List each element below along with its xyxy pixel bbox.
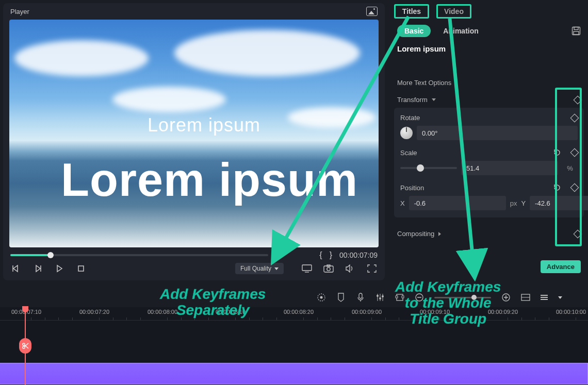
scale-value-input[interactable]: [461, 161, 558, 175]
svg-rect-2: [78, 266, 84, 271]
ruler-tick: 00:00:08:10: [216, 309, 246, 315]
ruler-tick: 00:00:09:10: [420, 309, 450, 315]
keyframe-diamond-scale[interactable]: [570, 148, 579, 157]
ruler-tick: 00:00:07:20: [79, 309, 109, 315]
section-compositing[interactable]: Compositing: [390, 222, 588, 242]
play-button[interactable]: [54, 263, 65, 274]
player-header: Player: [3, 3, 385, 20]
position-label: Position: [400, 184, 424, 192]
snapshot-icon[interactable]: [323, 263, 334, 274]
scale-slider[interactable]: [400, 167, 457, 169]
zoom-fit-icon[interactable]: [521, 293, 530, 302]
mark-in-bracket[interactable]: {: [319, 250, 322, 260]
scale-label: Scale: [400, 149, 417, 157]
rotate-label: Rotate: [400, 114, 420, 122]
more-text-options-link[interactable]: More Text Options: [390, 75, 588, 88]
player-title-label: Player: [10, 8, 29, 15]
chevron-down-icon[interactable]: [558, 296, 562, 299]
svg-point-17: [377, 295, 379, 297]
quality-label: Full Quality: [240, 265, 271, 272]
keyframe-diamond-position[interactable]: [570, 183, 579, 192]
svg-rect-9: [574, 27, 578, 30]
mic-icon[interactable]: [356, 293, 365, 302]
audio-mixer-icon[interactable]: [375, 293, 385, 302]
ruler-tick: 00:00:10:00: [556, 309, 586, 315]
svg-rect-21: [396, 296, 398, 298]
marker-icon[interactable]: [336, 293, 346, 302]
chevron-right-icon: [438, 232, 441, 236]
timeline-panel: 00:00:07:1000:00:07:2000:00:08:0000:00:0…: [0, 307, 588, 385]
cloud-decor: [14, 40, 149, 76]
svg-point-6: [327, 267, 330, 271]
reset-icon[interactable]: [553, 148, 561, 157]
section-transform[interactable]: Transform: [390, 88, 588, 108]
position-x-input[interactable]: [409, 196, 506, 210]
timecode-display: 00:00:07:09: [339, 251, 378, 259]
timeline-toolbar: [309, 290, 588, 305]
svg-rect-10: [574, 31, 579, 35]
mark-out-bracket[interactable]: }: [330, 250, 332, 260]
picture-icon[interactable]: [366, 7, 378, 16]
title-overlay-small[interactable]: Lorem ipsum: [148, 114, 260, 136]
zoom-out-icon[interactable]: [415, 293, 424, 302]
tab-video[interactable]: Video: [436, 4, 471, 19]
step-back-button[interactable]: [10, 263, 22, 274]
group-icon[interactable]: [395, 293, 404, 302]
title-overlay-big[interactable]: Lorem ipsum: [61, 154, 358, 207]
zoom-in-icon[interactable]: [501, 293, 511, 302]
volume-icon[interactable]: [345, 263, 356, 274]
subtab-basic[interactable]: Basic: [397, 25, 431, 37]
cloud-decor: [112, 87, 226, 112]
fullscreen-icon[interactable]: [366, 263, 378, 274]
svg-rect-22: [402, 296, 404, 298]
position-y-input[interactable]: [530, 196, 588, 210]
player-controls: { } 00:00:07:09 Full Quality: [3, 247, 385, 280]
rotate-knob[interactable]: [400, 127, 413, 139]
px-unit: px: [510, 199, 517, 207]
svg-point-12: [320, 296, 323, 299]
chevron-down-icon: [274, 267, 279, 270]
rotate-value-input[interactable]: [417, 126, 578, 140]
keyframe-diamond-rotate[interactable]: [570, 113, 579, 122]
player-panel: Player Lorem ipsum Lorem ipsum { } 00:00…: [3, 3, 385, 280]
step-forward-button[interactable]: [32, 263, 43, 274]
zoom-slider[interactable]: [434, 297, 491, 298]
ruler-tick: 00:00:08:00: [148, 309, 177, 315]
tab-titles[interactable]: Titles: [394, 4, 429, 19]
timeline-ruler[interactable]: 00:00:07:1000:00:07:2000:00:08:0000:00:0…: [0, 307, 588, 321]
progress-bar[interactable]: [10, 254, 268, 256]
color-correct-icon[interactable]: [317, 293, 326, 302]
reset-icon[interactable]: [553, 183, 561, 192]
title-text-heading[interactable]: Lorem ipsum: [390, 42, 588, 60]
ruler-tick: 00:00:09:20: [488, 309, 518, 315]
svg-point-19: [382, 295, 384, 297]
svg-rect-13: [359, 293, 362, 298]
scale-unit: %: [562, 164, 578, 172]
playhead[interactable]: [25, 307, 26, 385]
stop-button[interactable]: [75, 263, 87, 274]
player-viewport[interactable]: Lorem ipsum Lorem ipsum: [9, 20, 379, 247]
save-preset-icon[interactable]: [571, 26, 581, 36]
advance-button[interactable]: Advance: [541, 260, 581, 273]
ruler-tick: 00:00:09:00: [352, 309, 382, 315]
keyframe-diamond-compositing[interactable]: [574, 229, 582, 238]
subtab-animation[interactable]: Animation: [436, 25, 485, 37]
svg-rect-5: [324, 266, 333, 272]
cloud-decor: [288, 107, 375, 128]
scissors-icon[interactable]: [19, 338, 31, 354]
keyframe-diamond-transform[interactable]: [574, 95, 582, 104]
quality-selector[interactable]: Full Quality: [235, 263, 284, 274]
track-area[interactable]: [0, 321, 588, 377]
display-device-icon[interactable]: [301, 263, 313, 274]
ruler-tick: 00:00:08:20: [284, 309, 314, 315]
track-view-icon[interactable]: [541, 295, 548, 300]
properties-panel: Titles Video Basic Animation Lorem ipsum…: [390, 0, 588, 280]
svg-point-18: [379, 297, 381, 299]
chevron-down-icon: [432, 98, 436, 101]
svg-rect-3: [302, 265, 312, 271]
title-clip[interactable]: [0, 363, 588, 384]
transform-box: Rotate Scale % Position X px Y: [394, 108, 584, 217]
cloud-decor: [174, 30, 360, 76]
